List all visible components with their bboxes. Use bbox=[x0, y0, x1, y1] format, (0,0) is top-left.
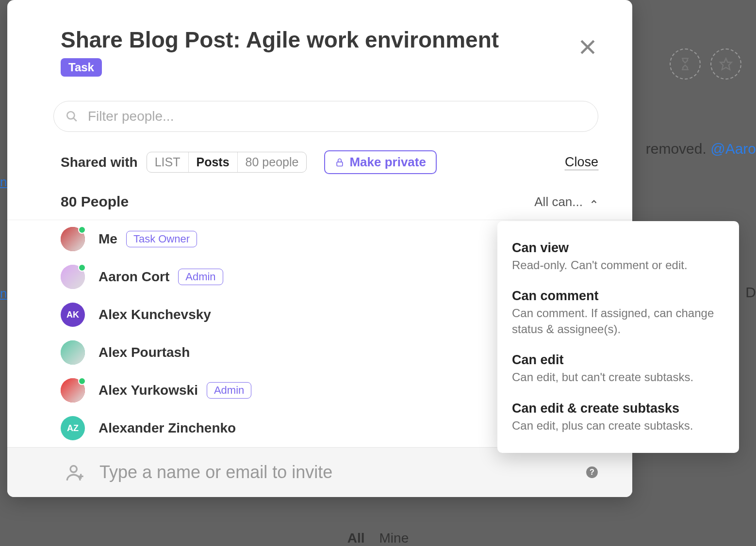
lock-icon bbox=[335, 157, 345, 168]
role-badge: Task Owner bbox=[126, 231, 197, 247]
permission-option-desc: Can comment. If assigned, can change sta… bbox=[512, 305, 724, 337]
permission-option-desc: Can edit, plus can create subtasks. bbox=[512, 418, 724, 434]
hourglass-icon bbox=[670, 48, 701, 80]
background-link-2: n bbox=[0, 286, 7, 301]
make-private-button[interactable]: Make private bbox=[324, 150, 437, 174]
permission-option[interactable]: Can viewRead-only. Can't comment or edit… bbox=[497, 233, 739, 281]
permission-option-title: Can comment bbox=[512, 289, 724, 304]
person-name: Me bbox=[99, 231, 117, 247]
permission-option-title: Can edit & create subtasks bbox=[512, 401, 724, 416]
svg-line-4 bbox=[73, 118, 77, 121]
background-footer-tabs: All Mine bbox=[347, 530, 409, 546]
person-name: Aaron Cort bbox=[99, 269, 169, 285]
modal-header: Share Blog Post: Agile work environment … bbox=[7, 0, 632, 86]
role-badge: Admin bbox=[178, 269, 223, 285]
invite-footer: ? bbox=[7, 447, 632, 497]
person-name: Alex Yurkowski bbox=[99, 383, 198, 398]
shared-with-row: Shared with LIST Posts 80 people Make pr… bbox=[61, 150, 598, 174]
online-status-dot bbox=[78, 226, 86, 234]
permission-dropdown: Can viewRead-only. Can't comment or edit… bbox=[497, 221, 739, 453]
person-name: Alex Pourtash bbox=[99, 345, 190, 360]
modal-title: Share Blog Post: Agile work environment bbox=[61, 27, 598, 53]
list-chip[interactable]: LIST bbox=[147, 152, 189, 172]
task-badge: Task bbox=[61, 58, 102, 77]
chip-group: LIST Posts 80 people bbox=[147, 152, 307, 173]
permission-option-title: Can edit bbox=[512, 353, 724, 368]
svg-point-3 bbox=[67, 112, 74, 119]
avatar bbox=[61, 265, 85, 289]
invite-input[interactable] bbox=[99, 462, 586, 482]
background-header-icons bbox=[670, 48, 741, 80]
permission-option-desc: Can edit, but can't create subtasks. bbox=[512, 369, 724, 385]
permission-option[interactable]: Can commentCan comment. If assigned, can… bbox=[497, 281, 739, 345]
permission-option[interactable]: Can edit & create subtasksCan edit, plus… bbox=[497, 393, 739, 441]
svg-rect-5 bbox=[337, 162, 343, 166]
online-status-dot bbox=[78, 264, 86, 272]
search-icon bbox=[66, 110, 78, 123]
close-icon[interactable] bbox=[577, 36, 598, 58]
permission-option-desc: Read-only. Can't comment or edit. bbox=[512, 257, 724, 273]
online-status-dot bbox=[78, 377, 86, 385]
people-count-row: 80 People All can... bbox=[61, 193, 598, 210]
background-text: removed. @Aaro bbox=[646, 141, 756, 157]
permission-option[interactable]: Can editCan edit, but can't create subta… bbox=[497, 345, 739, 393]
filter-wrap bbox=[53, 101, 598, 132]
shared-with-label: Shared with bbox=[61, 155, 138, 170]
svg-point-6 bbox=[70, 466, 77, 472]
posts-chip[interactable]: Posts bbox=[189, 152, 238, 172]
person-name: Alex Kunchevsky bbox=[99, 307, 211, 322]
star-icon bbox=[710, 48, 741, 80]
avatar bbox=[61, 378, 85, 402]
avatar bbox=[61, 340, 85, 365]
avatar bbox=[61, 227, 85, 251]
people-chip[interactable]: 80 people bbox=[238, 152, 307, 172]
add-user-icon bbox=[66, 463, 85, 482]
person-name: Alexander Zinchenko bbox=[99, 420, 236, 436]
role-badge: Admin bbox=[207, 382, 251, 399]
chevron-up-icon bbox=[590, 197, 598, 206]
all-can-dropdown[interactable]: All can... bbox=[534, 194, 598, 209]
background-letter: D bbox=[745, 284, 756, 301]
close-link[interactable]: Close bbox=[565, 155, 598, 170]
permission-option-title: Can view bbox=[512, 241, 724, 256]
svg-text:?: ? bbox=[590, 468, 594, 477]
help-icon[interactable]: ? bbox=[586, 466, 598, 479]
svg-marker-0 bbox=[720, 58, 731, 69]
filter-people-input[interactable] bbox=[53, 101, 598, 132]
avatar: AK bbox=[61, 303, 85, 327]
people-count: 80 People bbox=[61, 193, 129, 210]
avatar: AZ bbox=[61, 416, 85, 440]
